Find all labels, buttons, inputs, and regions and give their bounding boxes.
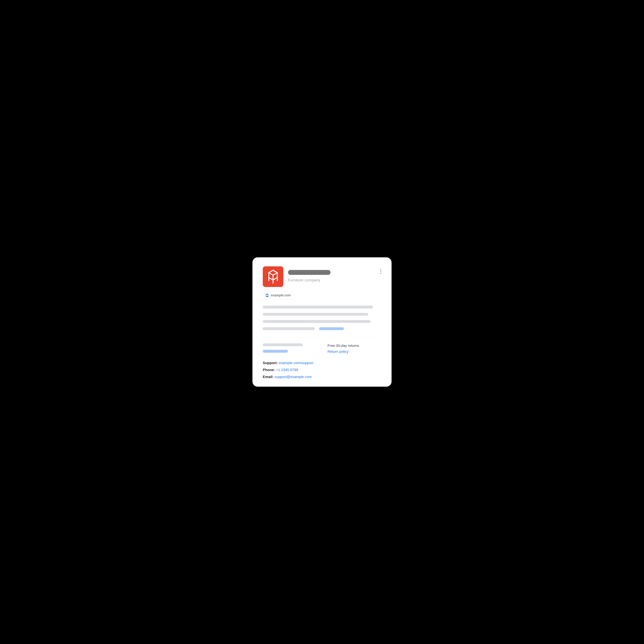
kebab-dot-icon xyxy=(380,273,381,274)
description-placeholder-block xyxy=(263,306,381,330)
returns-column: Free 30-day returns Return policy xyxy=(328,343,381,354)
chip-row: example.com xyxy=(263,291,381,299)
text-placeholder-line xyxy=(263,306,373,308)
kebab-dot-icon xyxy=(380,269,381,270)
phone-label: Phone: xyxy=(263,368,275,372)
email-row: Email: support@example.com xyxy=(263,375,381,379)
return-policy-link[interactable]: Return policy xyxy=(328,350,381,354)
phone-link[interactable]: +1 2345 6789 xyxy=(276,368,298,372)
merchant-logo xyxy=(263,266,283,287)
vertical-separator xyxy=(322,343,322,354)
info-columns: Free 30-day returns Return policy xyxy=(263,343,381,354)
header-row: Furniture company xyxy=(263,266,381,287)
returns-headline: Free 30-day returns xyxy=(328,344,381,348)
chair-icon xyxy=(267,270,279,284)
link-placeholder-line xyxy=(263,350,288,353)
website-chip-label: example.com xyxy=(271,293,291,297)
phone-row: Phone: +1 2345 6789 xyxy=(263,368,381,372)
text-placeholder-line xyxy=(263,320,371,323)
text-placeholder-line xyxy=(263,313,368,316)
globe-icon xyxy=(265,293,269,297)
merchant-name-placeholder xyxy=(288,270,331,275)
text-placeholder-line xyxy=(263,327,315,330)
knowledge-panel-card: Furniture company example.com xyxy=(252,257,392,387)
more-options-button[interactable] xyxy=(379,268,382,275)
support-row: Support: example.com/support xyxy=(263,361,381,365)
email-link[interactable]: support@example.com xyxy=(275,375,312,379)
email-label: Email: xyxy=(263,375,274,379)
support-link[interactable]: example.com/support xyxy=(279,361,313,365)
kebab-dot-icon xyxy=(380,271,381,272)
text-placeholder-row xyxy=(263,327,381,330)
merchant-category: Furniture company xyxy=(288,278,381,282)
text-placeholder-line xyxy=(263,343,303,346)
info-left-column xyxy=(263,343,322,354)
contact-block: Support: example.com/support Phone: +1 2… xyxy=(263,361,381,379)
title-column: Furniture company xyxy=(288,266,381,282)
website-chip[interactable]: example.com xyxy=(263,291,295,299)
support-label: Support: xyxy=(263,361,278,365)
link-placeholder-line xyxy=(319,327,344,330)
